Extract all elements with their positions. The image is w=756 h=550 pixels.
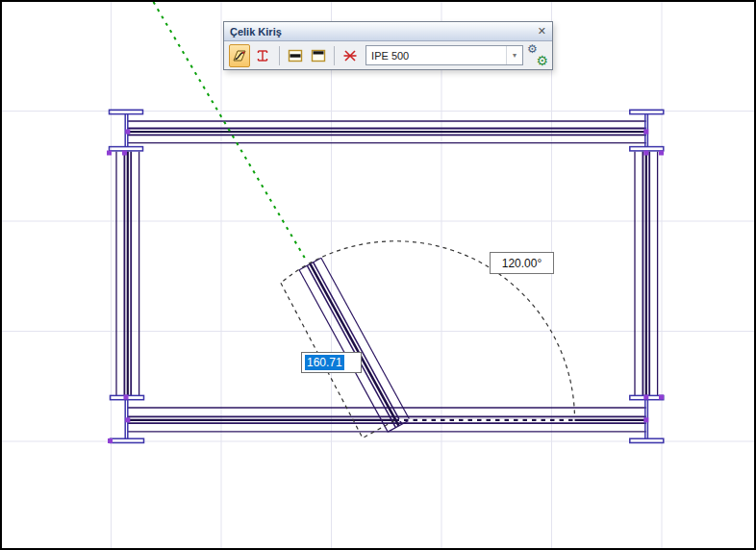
settings-gears-icon[interactable]: ⚙ ⚙ [527,45,548,66]
right-beam[interactable] [635,152,658,396]
celik-kiris-dialog: Çelik Kiriş ✕ [223,21,553,70]
tool-beam-plan-outline-button[interactable] [308,44,329,67]
chevron-down-icon[interactable]: ▾ [506,46,522,64]
tool-no-section-button[interactable] [340,44,361,67]
beam-plan-filled-icon [288,48,303,63]
profile-value: IPE 500 [366,50,409,62]
toolbar-separator [334,46,335,65]
node-handles [107,130,664,444]
angle-value-label: 120.00° [490,252,554,274]
drawing-canvas[interactable] [0,0,756,550]
tool-beam-section-button[interactable] [252,44,273,67]
length-input[interactable]: 160.71 [301,352,362,373]
diagonal-beam-preview[interactable] [299,258,410,432]
gear-icon: ⚙ [536,53,548,68]
top-beam[interactable] [128,121,646,143]
left-beam[interactable] [116,152,139,396]
beam-draw-icon [232,48,247,63]
tool-draw-steel-beam-button[interactable] [229,44,250,67]
length-value-selected[interactable]: 160.71 [305,355,344,370]
beam-plan-outline-icon [311,48,326,63]
dialog-title: Çelik Kiriş [230,26,282,38]
toolbar-separator [279,46,280,65]
profile-select[interactable]: IPE 500 ▾ [365,45,523,65]
close-icon[interactable]: ✕ [538,26,546,37]
cad-application-window: 120.00° 160.71 Çelik Kiriş ✕ [0,0,756,550]
dialog-toolbar: IPE 500 ▾ ⚙ ⚙ [224,41,552,69]
tool-beam-plan-filled-button[interactable] [284,44,305,67]
dialog-titlebar[interactable]: Çelik Kiriş ✕ [224,22,552,41]
red-asterisk-icon [342,48,358,63]
angle-value-text: 120.00° [502,257,542,270]
i-profile-icon [255,48,270,63]
